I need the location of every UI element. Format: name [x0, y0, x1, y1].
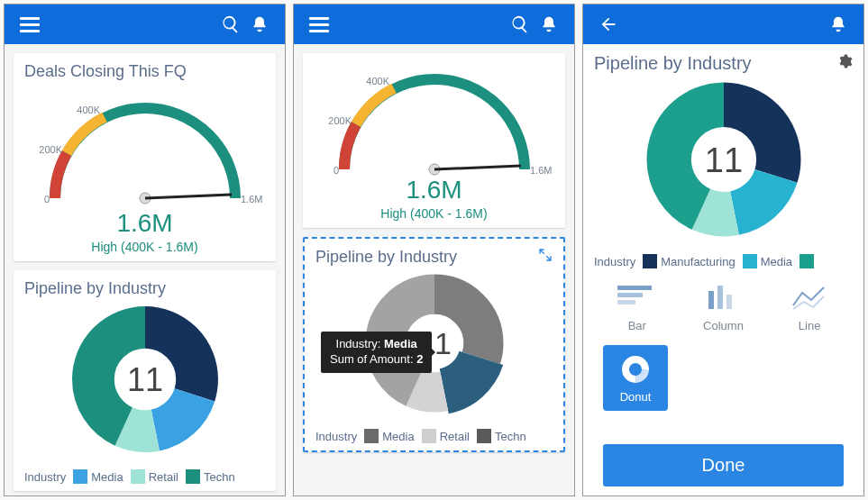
legend-text: Media [761, 255, 792, 268]
legend-text: Retail [440, 430, 470, 443]
donut-chart-muted: 11 Industry: Media Sum of Amount: 2 [315, 267, 553, 423]
svg-rect-17 [617, 293, 643, 297]
settings-icon[interactable] [836, 53, 853, 74]
back-icon[interactable] [598, 14, 619, 35]
legend-label: Industry [315, 430, 357, 443]
legend-text: Manufacturing [661, 255, 735, 268]
gauge-subtext: High (400K - 1.6M) [314, 206, 554, 221]
legend-item: Techn [477, 429, 526, 443]
legend-item: Media [73, 469, 123, 484]
screen-3-body: Pipeline by Industry 11 Industry Manufac… [583, 44, 863, 495]
app-header [583, 5, 863, 44]
screen-1: Deals Closing This FQ 0 200K 400K 1.6M 1… [4, 4, 286, 496]
pipeline-title-text: Pipeline by Industry [315, 248, 457, 267]
legend-item: Media [364, 429, 414, 443]
bar-icon [612, 281, 662, 314]
gauge-tick-0: 0 [333, 165, 338, 176]
pipeline-card-selected[interactable]: Pipeline by Industry 11 Industry: Media … [303, 237, 565, 452]
gauge-card[interactable]: 0 200K 400K 1.6M 1.6M High (400K - 1.6M) [303, 53, 565, 228]
donut-icon [620, 354, 651, 385]
svg-rect-16 [617, 286, 652, 290]
gauge-tick-0: 0 [43, 194, 49, 205]
chart-type-donut-selected[interactable]: Donut [603, 345, 668, 411]
notifications-icon[interactable] [249, 14, 270, 35]
svg-rect-20 [717, 286, 723, 309]
chart-editor-title: Pipeline by Industry [594, 53, 853, 74]
tooltip-label: Sum of Amount: [330, 352, 414, 366]
app-header [5, 5, 285, 44]
gauge-chart: 0 200K 400K 1.6M 1.6M High (400K - 1.6M) [314, 57, 554, 221]
gauge-card[interactable]: Deals Closing This FQ 0 200K 400K 1.6M 1… [14, 53, 276, 261]
expand-icon[interactable] [538, 248, 553, 267]
gauge-tick-max: 1.6M [241, 194, 262, 205]
search-icon[interactable] [509, 14, 531, 35]
tooltip-value: 2 [416, 352, 423, 366]
donut-chart: 11 [24, 298, 265, 464]
screen-3: Pipeline by Industry 11 Industry Manufac… [582, 4, 864, 496]
legend-text: Media [91, 470, 123, 484]
legend-text: Techn [495, 430, 526, 443]
editor-legend: Industry Manufacturing Media [594, 254, 853, 268]
chart-type-selected-row: Donut [594, 345, 853, 411]
chart-type-column[interactable]: Column [691, 281, 754, 332]
pipeline-legend: Industry Media Retail Techn [315, 429, 553, 443]
gauge-title-text: Deals Closing This FQ [24, 62, 187, 81]
notifications-icon[interactable] [827, 14, 849, 35]
chart-type-label: Line [799, 319, 821, 332]
column-icon [698, 281, 748, 314]
tooltip-value: Media [384, 337, 417, 350]
svg-rect-19 [708, 291, 714, 309]
legend-text: Media [382, 430, 414, 443]
svg-line-1 [145, 195, 232, 198]
gauge-card-title: Deals Closing This FQ [24, 62, 265, 81]
legend-item: Techn [186, 469, 235, 484]
screen-1-body: Deals Closing This FQ 0 200K 400K 1.6M 1… [5, 44, 285, 495]
pipeline-card-title: Pipeline by Industry [315, 248, 553, 267]
title-text: Pipeline by Industry [594, 53, 752, 74]
pipeline-legend: Industry Media Retail Techn [24, 469, 265, 484]
chart-type-line[interactable]: Line [778, 281, 841, 332]
app-header [294, 5, 574, 44]
menu-icon[interactable] [308, 14, 330, 35]
legend-text: Techn [204, 470, 235, 484]
done-button[interactable]: Done [603, 444, 844, 486]
legend-swatch-extra [799, 254, 814, 268]
donut-center-value: 11 [704, 141, 742, 179]
screen-2-body: 0 200K 400K 1.6M 1.6M High (400K - 1.6M)… [294, 44, 574, 495]
gauge-subtext: High (400K - 1.6M) [24, 240, 265, 254]
svg-rect-21 [726, 295, 732, 309]
chart-type-selected-label: Donut [620, 390, 652, 404]
gauge-tick-max: 1.6M [530, 165, 552, 176]
legend-label: Industry [24, 470, 66, 484]
gauge-value: 1.6M [24, 209, 265, 238]
legend-item: Retail [131, 469, 178, 484]
legend-item: Manufacturing [643, 254, 735, 268]
gauge-tick-400k: 400K [366, 76, 389, 86]
svg-line-7 [434, 166, 521, 169]
notifications-icon[interactable] [538, 14, 560, 35]
chart-type-picker: Bar Column Line [594, 281, 853, 332]
chart-tooltip: Industry: Media Sum of Amount: 2 [321, 332, 432, 373]
gauge-tick-200k: 200K [39, 144, 62, 155]
line-icon [784, 281, 835, 314]
pipeline-title-text: Pipeline by Industry [24, 279, 166, 298]
pipeline-card-title: Pipeline by Industry [24, 279, 265, 298]
legend-label: Industry [594, 255, 635, 268]
chart-type-label: Column [703, 319, 744, 332]
search-icon[interactable] [220, 14, 242, 35]
legend-item: Retail [422, 429, 470, 443]
legend-item: Media [743, 254, 792, 268]
donut-chart-large: 11 [594, 74, 853, 249]
pipeline-card[interactable]: Pipeline by Industry 11 Industry Media R… [14, 270, 276, 491]
chart-type-bar[interactable]: Bar [606, 281, 669, 332]
chart-type-label: Bar [628, 319, 646, 332]
screen-2: 0 200K 400K 1.6M 1.6M High (400K - 1.6M)… [293, 4, 575, 496]
done-button-label: Done [702, 455, 745, 475]
gauge-value: 1.6M [314, 176, 554, 205]
svg-rect-18 [617, 300, 635, 305]
gauge-tick-200k: 200K [328, 115, 352, 126]
donut-center-value: 11 [126, 361, 162, 398]
menu-icon[interactable] [19, 14, 41, 35]
gauge-tick-400k: 400K [77, 105, 100, 115]
legend-text: Retail [149, 470, 178, 484]
